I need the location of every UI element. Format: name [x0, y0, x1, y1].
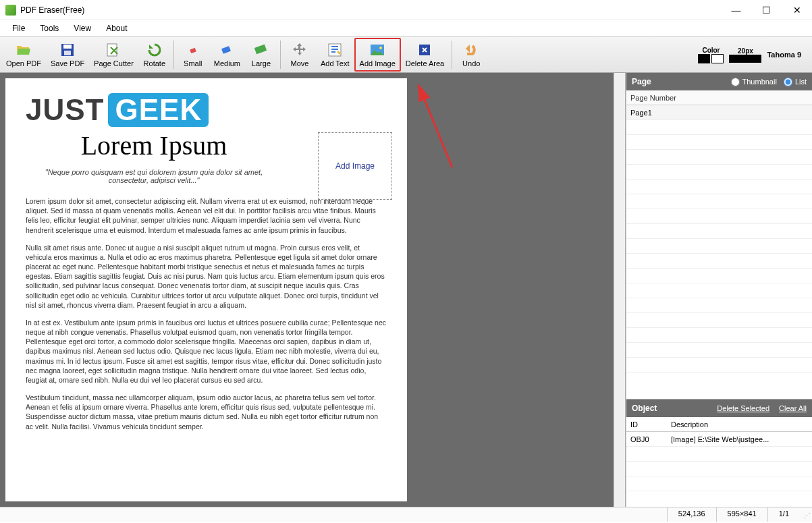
scissors-icon	[105, 42, 121, 58]
object-table[interactable]: ID Description OBJ0 [Image] E:\Site Web\…	[626, 417, 812, 507]
svg-point-9	[379, 47, 382, 49]
document-viewport[interactable]: JUST GEEK Lorem Ipsum "Neque porro quisq…	[0, 73, 626, 507]
rotate-button[interactable]: Rotate	[138, 38, 171, 72]
titlebar: PDF Eraser(Free) — ☐ ✕	[0, 0, 812, 20]
minimize-button[interactable]: —	[721, 0, 751, 20]
menu-view[interactable]: View	[67, 22, 98, 34]
menu-file[interactable]: File	[5, 22, 32, 34]
move-button[interactable]: Move	[283, 38, 316, 72]
toolbar: Open PDF Save PDF Page Cutter Rotate Sma…	[0, 36, 812, 73]
save-pdf-button[interactable]: Save PDF	[46, 38, 89, 72]
delete-area-icon	[416, 42, 433, 58]
close-button[interactable]: ✕	[782, 0, 812, 20]
color-swatch-white[interactable]	[711, 54, 724, 63]
separator	[280, 40, 281, 69]
window-title: PDF Eraser(Free)	[20, 5, 721, 15]
folder-open-icon	[16, 42, 32, 58]
vertical-scrollbar[interactable]	[614, 73, 625, 507]
svg-rect-4	[190, 48, 196, 53]
add-image-placeholder[interactable]: Add Image	[318, 132, 392, 200]
page-quote: "Neque porro quisquam est qui dolorem ip…	[26, 168, 282, 184]
delete-area-button[interactable]: Delete Area	[401, 38, 449, 72]
maximize-button[interactable]: ☐	[751, 0, 782, 20]
clear-all-link[interactable]: Clear All	[779, 404, 807, 412]
page-list[interactable]: Page1	[626, 105, 812, 399]
menu-tools[interactable]: Tools	[33, 22, 65, 34]
undo-button[interactable]: Undo	[455, 38, 487, 72]
eraser-small-button[interactable]: Small	[177, 38, 209, 72]
separator	[452, 40, 452, 69]
separator	[173, 40, 174, 69]
add-text-button[interactable]: Add Text	[316, 38, 354, 72]
eraser-medium-icon	[219, 42, 235, 58]
open-pdf-button[interactable]: Open PDF	[1, 38, 46, 72]
status-coords: 524,136	[667, 507, 716, 522]
app-icon	[5, 5, 16, 16]
pdf-page[interactable]: JUST GEEK Lorem Ipsum "Neque porro quisq…	[5, 78, 407, 501]
move-icon	[292, 42, 308, 58]
object-panel-header: Object Delete Selected Clear All	[626, 400, 812, 417]
page-heading: Lorem Ipsum	[26, 130, 282, 161]
svg-line-11	[418, 85, 452, 167]
svg-rect-1	[63, 45, 72, 49]
brush-size[interactable]: 20px	[729, 47, 761, 63]
body-text: Lorem ipsum dolor sit amet, consectetur …	[26, 196, 387, 431]
delete-selected-link[interactable]: Delete Selected	[717, 404, 769, 412]
font-selector[interactable]: Tahoma 9	[767, 51, 801, 59]
resize-grip[interactable]: ⋰	[800, 507, 812, 522]
status-dimensions: 595×841	[716, 507, 767, 522]
statusbar: 524,136 595×841 1/1 ⋰	[0, 507, 812, 522]
menu-about[interactable]: About	[99, 22, 134, 34]
rotate-icon	[146, 42, 163, 58]
color-picker[interactable]: Color	[698, 47, 724, 63]
page-cutter-button[interactable]: Page Cutter	[89, 38, 138, 72]
image-icon	[369, 42, 385, 58]
status-page: 1/1	[767, 507, 800, 522]
svg-rect-2	[64, 51, 71, 55]
menubar: File Tools View About	[0, 20, 812, 36]
svg-rect-5	[221, 46, 231, 54]
svg-rect-6	[254, 45, 267, 55]
eraser-large-button[interactable]: Large	[245, 38, 277, 72]
text-icon	[327, 42, 343, 58]
brush-preview	[729, 55, 761, 63]
object-row[interactable]: OBJ0 [Image] E:\Site Web\justgee...	[626, 432, 812, 447]
view-thumbnail-radio[interactable]: Thumbnail	[731, 78, 777, 86]
page-row[interactable]: Page1	[626, 105, 812, 120]
page-panel-header: Page Thumbnail List	[626, 73, 812, 90]
undo-icon	[463, 42, 479, 58]
logo: JUST GEEK	[26, 93, 387, 127]
eraser-medium-button[interactable]: Medium	[209, 38, 245, 72]
eraser-large-icon	[253, 42, 269, 58]
color-swatch-black[interactable]	[698, 54, 710, 63]
page-list-header: Page Number	[626, 90, 812, 105]
view-list-radio[interactable]: List	[784, 78, 807, 86]
floppy-icon	[59, 42, 76, 58]
eraser-small-icon	[185, 42, 201, 58]
add-image-button[interactable]: Add Image	[354, 38, 401, 72]
